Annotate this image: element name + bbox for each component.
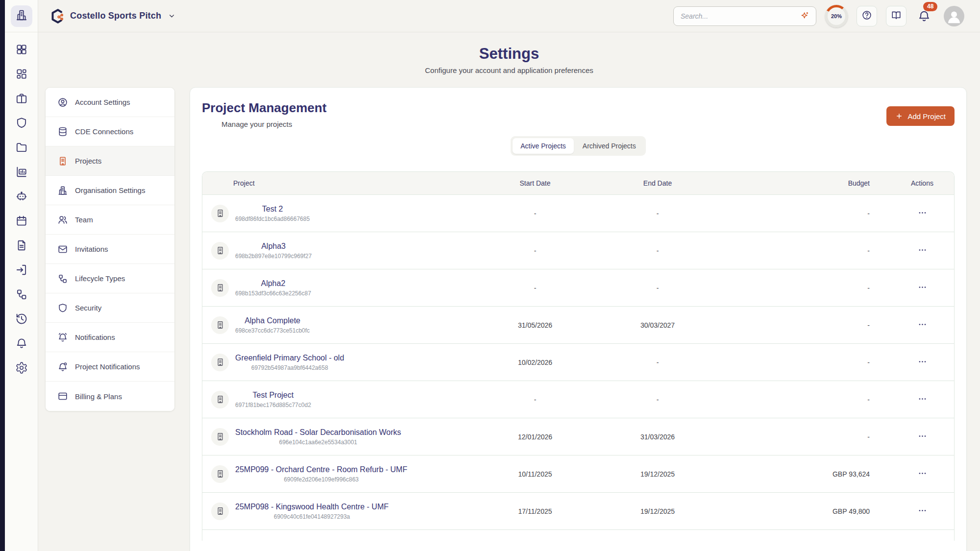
building-icon xyxy=(211,465,229,483)
row-actions-button[interactable] xyxy=(916,468,929,480)
bell-icon xyxy=(15,343,28,351)
docs-button[interactable] xyxy=(886,6,906,26)
building-icon xyxy=(211,205,229,222)
settings-nav-label: Account Settings xyxy=(75,98,130,106)
help-button[interactable] xyxy=(857,6,877,26)
rail-item-organisation[interactable] xyxy=(11,5,32,27)
table-row[interactable]: Greenfield Primary School - old69792b549… xyxy=(202,344,954,381)
start-date-cell: 10/02/2026 xyxy=(474,359,596,366)
app-logo-icon xyxy=(49,8,65,24)
table-row-partial[interactable] xyxy=(202,530,954,541)
table-row[interactable]: 25MP098 - Kingswood Health Centre - UMF6… xyxy=(202,493,954,530)
settings-nav-item-lifecycle-types[interactable]: Lifecycle Types xyxy=(46,264,174,293)
project-text: Alpha Complete698ce37cc6dc773ce51cb0fc xyxy=(235,316,310,334)
ellipsis-icon xyxy=(918,357,927,368)
search-input[interactable] xyxy=(680,12,800,21)
row-actions-button[interactable] xyxy=(916,505,929,518)
tab-active-projects[interactable]: Active Projects xyxy=(513,138,574,154)
organisation-icon xyxy=(57,185,68,196)
rail-item-bot[interactable] xyxy=(15,190,28,203)
settings-nav-label: Notifications xyxy=(75,333,115,341)
row-actions-button[interactable] xyxy=(916,319,929,332)
rail-item-import[interactable] xyxy=(15,264,28,276)
dashboard-grid-icon xyxy=(15,49,28,57)
start-date-cell: 17/11/2025 xyxy=(474,507,596,515)
ellipsis-icon xyxy=(918,431,927,442)
project-name: Greenfield Primary School - old xyxy=(235,353,344,362)
row-actions-button[interactable] xyxy=(916,282,929,294)
row-actions-button[interactable] xyxy=(916,356,929,369)
table-row[interactable]: Alpha Complete698ce37cc6dc773ce51cb0fc31… xyxy=(202,307,954,344)
project-cell: Alpha3698b2b897e8e10799c969f27 xyxy=(202,241,474,259)
settings-nav-item-organisation-settings[interactable]: Organisation Settings xyxy=(46,176,174,205)
content: Account SettingsCDE ConnectionsProjectsO… xyxy=(38,74,980,551)
table-row[interactable]: Alpha2698b153df3c66c63e2256c87--- xyxy=(202,269,954,307)
settings-nav-label: Projects xyxy=(75,157,101,165)
actions-cell xyxy=(890,244,954,257)
project-name: Test Project xyxy=(235,390,311,400)
settings-nav-item-cde-connections[interactable]: CDE Connections xyxy=(46,117,174,146)
import-icon xyxy=(15,269,28,278)
settings-nav-item-account-settings[interactable]: Account Settings xyxy=(46,88,174,117)
row-actions-button[interactable] xyxy=(916,393,929,406)
end-date-cell: - xyxy=(596,396,719,404)
usage-gauge[interactable]: 20% xyxy=(825,5,848,27)
building-icon xyxy=(211,242,229,260)
table-row[interactable]: Test 2698df86fdc1bc6ad86667685--- xyxy=(202,195,954,232)
rail-item-folder[interactable] xyxy=(15,141,28,154)
ai-sparkle-icon[interactable] xyxy=(800,11,810,21)
table-row[interactable]: Alpha3698b2b897e8e10799c969f27--- xyxy=(202,232,954,269)
row-actions-button[interactable] xyxy=(916,431,929,443)
add-project-button[interactable]: Add Project xyxy=(886,106,955,126)
table-row[interactable]: Test Project6971f81bec176d885c77c0d2--- xyxy=(202,381,954,418)
projects-tabs: Active ProjectsArchived Projects xyxy=(511,136,646,156)
settings-nav-item-projects[interactable]: Projects xyxy=(46,146,174,176)
settings-nav-label: Team xyxy=(75,216,93,224)
table-row[interactable]: 25MP099 - Orchard Centre - Room Refurb -… xyxy=(202,455,954,493)
org-switcher[interactable]: Costello Sports Pitch xyxy=(49,8,176,24)
page-subtitle: Configure your account and application p… xyxy=(38,66,980,74)
settings-nav-label: Project Notifications xyxy=(75,362,140,371)
rail-top xyxy=(5,0,38,32)
main-area: Costello Sports Pitch 20% xyxy=(38,0,980,551)
settings-nav-item-security[interactable]: Security xyxy=(46,293,174,323)
rail-item-report[interactable] xyxy=(15,166,28,178)
project-text: Greenfield Primary School - old69792b549… xyxy=(235,353,344,371)
tab-archived-projects[interactable]: Archived Projects xyxy=(575,138,644,154)
settings-nav-label: CDE Connections xyxy=(75,127,133,136)
project-text: Stockholm Road - Solar Decarbonisation W… xyxy=(235,428,401,445)
topbar: Costello Sports Pitch 20% xyxy=(38,0,980,32)
rail-item-bell[interactable] xyxy=(15,337,28,350)
settings-nav-item-project-notifications[interactable]: Project Notifications xyxy=(46,352,174,382)
row-actions-button[interactable] xyxy=(916,244,929,257)
settings-nav-label: Invitations xyxy=(75,245,108,253)
start-date-cell: - xyxy=(474,284,596,292)
briefcase-icon xyxy=(15,98,28,106)
row-actions-button[interactable] xyxy=(916,207,929,220)
rail-item-gear[interactable] xyxy=(15,361,28,374)
project-management-panel: Project Management Manage your projects … xyxy=(190,87,967,551)
search-box xyxy=(673,6,816,26)
rail-item-document[interactable] xyxy=(15,239,28,252)
rail-item-shield[interactable] xyxy=(15,117,28,129)
rail-item-calendar[interactable] xyxy=(15,215,28,227)
rail-item-briefcase[interactable] xyxy=(15,92,28,105)
rail-item-dashboard-grid[interactable] xyxy=(15,43,28,56)
rail-item-lifecycle[interactable] xyxy=(15,288,28,301)
rail-item-history[interactable] xyxy=(15,312,28,325)
settings-nav-item-invitations[interactable]: Invitations xyxy=(46,235,174,264)
settings-nav-item-notifications[interactable]: Notifications xyxy=(46,323,174,352)
notifications-button[interactable]: 48 xyxy=(917,9,931,23)
avatar[interactable] xyxy=(944,6,964,26)
budget-cell: - xyxy=(719,321,890,329)
rail-item-dashboard-alt[interactable] xyxy=(15,68,28,80)
end-date-cell: 19/12/2025 xyxy=(596,507,719,515)
organisation-icon xyxy=(15,9,28,24)
settings-nav-item-team[interactable]: Team xyxy=(46,205,174,235)
table-row[interactable]: Stockholm Road - Solar Decarbonisation W… xyxy=(202,418,954,455)
end-date-cell: - xyxy=(596,210,719,217)
dashboard-alt-icon xyxy=(15,73,28,82)
project-text: Alpha2698b153df3c66c63e2256c87 xyxy=(235,279,311,296)
panel-head: Project Management Manage your projects … xyxy=(202,100,955,128)
settings-nav-item-billing-plans[interactable]: Billing & Plans xyxy=(46,382,174,411)
